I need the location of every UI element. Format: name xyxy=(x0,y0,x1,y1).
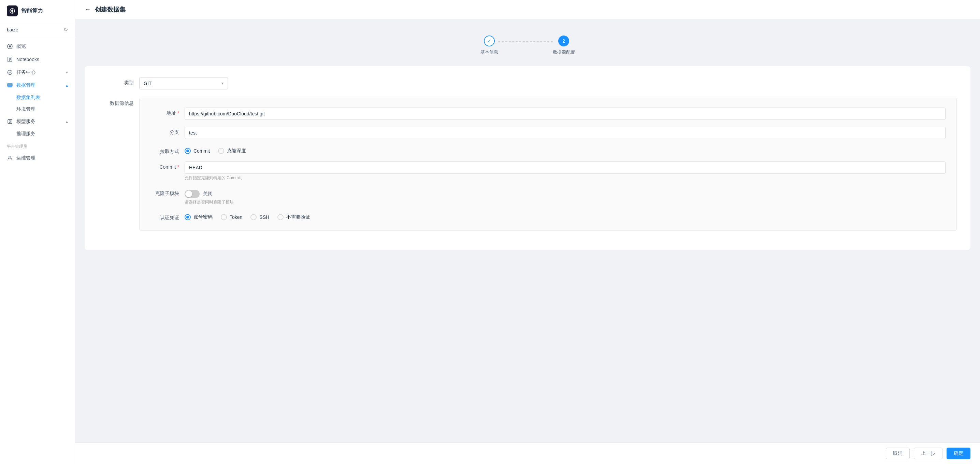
type-control: GIT ▾ xyxy=(139,77,957,89)
tasks-icon xyxy=(7,69,13,75)
radio-no-auth-label: 不需要验证 xyxy=(286,214,310,220)
address-label: 地址 * xyxy=(151,108,185,116)
radio-commit[interactable]: Commit xyxy=(185,148,210,154)
svg-point-17 xyxy=(9,121,11,123)
form-row-type: 类型 GIT ▾ xyxy=(98,77,957,89)
toggle-knob xyxy=(185,191,192,197)
datasource-box: 地址 * 分支 xyxy=(139,98,957,231)
sidebar-item-env-mgmt[interactable]: 环境管理 xyxy=(16,104,75,115)
workspace-row[interactable]: baize ↻ xyxy=(0,22,75,37)
step-datasource: 2 数据源配置 xyxy=(553,35,575,55)
sidebar-item-label-data: 数据管理 xyxy=(16,82,62,88)
sidebar-item-label-ops: 运维管理 xyxy=(16,155,68,161)
sidebar-sub-model: 推理服务 xyxy=(0,128,75,140)
toggle-label: 关闭 xyxy=(203,191,213,197)
radio-token-circle xyxy=(221,214,227,220)
sidebar-item-label-tasks: 任务中心 xyxy=(16,69,62,75)
sidebar-item-data[interactable]: 数据管理 ▴ xyxy=(0,79,75,92)
address-control xyxy=(185,108,945,120)
cancel-button[interactable]: 取消 xyxy=(886,448,910,459)
ds-row-pull-method: 拉取方式 Commit 克隆深度 xyxy=(151,146,945,155)
sidebar-item-inference[interactable]: 推理服务 xyxy=(16,128,75,140)
radio-ssh[interactable]: SSH xyxy=(250,214,269,220)
auth-control: 账号密码 Token SSH xyxy=(185,212,945,220)
pull-method-radio-group: Commit 克隆深度 xyxy=(185,146,945,154)
model-arrow-icon: ▴ xyxy=(66,119,68,124)
ops-icon xyxy=(7,155,13,161)
svg-rect-14 xyxy=(8,85,12,86)
sidebar-sub-data: 数据集列表 环境管理 xyxy=(0,92,75,115)
type-select-value: GIT xyxy=(144,81,151,86)
sidebar-logo: 智能算力 xyxy=(0,0,75,22)
auth-radio-group: 账号密码 Token SSH xyxy=(185,212,945,220)
sidebar-item-dataset-list[interactable]: 数据集列表 xyxy=(16,92,75,104)
commit-label: Commit * xyxy=(151,161,185,170)
radio-token[interactable]: Token xyxy=(221,214,242,220)
pull-method-control: Commit 克隆深度 xyxy=(185,146,945,154)
clone-submodule-control: 关闭 请选择是否同时克隆子模块 xyxy=(185,188,945,205)
step-datasource-circle: 2 xyxy=(558,35,569,46)
radio-clone-depth-circle xyxy=(218,148,224,154)
back-button[interactable]: ← xyxy=(84,6,91,13)
clone-submodule-label: 克隆子模块 xyxy=(151,188,185,197)
section-label-platform: 平台管理员 xyxy=(0,140,75,151)
workspace-name: baize xyxy=(7,27,18,32)
datasource-label: 数据源信息 xyxy=(98,98,139,107)
sidebar-item-label-model: 模型服务 xyxy=(16,118,62,124)
svg-rect-13 xyxy=(8,84,12,85)
page-footer: 取消 上一步 确定 xyxy=(75,442,980,464)
step-basic: 基本信息 xyxy=(480,35,498,55)
sidebar-item-overview[interactable]: 概览 xyxy=(0,40,75,53)
ds-row-branch: 分支 xyxy=(151,127,945,139)
datasource-control: 地址 * 分支 xyxy=(139,98,957,231)
radio-clone-depth-label: 克隆深度 xyxy=(227,148,246,154)
address-input[interactable] xyxy=(185,108,945,120)
commit-input[interactable] xyxy=(185,161,945,174)
radio-clone-depth[interactable]: 克隆深度 xyxy=(218,148,246,154)
sidebar-item-ops[interactable]: 运维管理 xyxy=(0,151,75,164)
type-label: 类型 xyxy=(98,77,139,86)
branch-control xyxy=(185,127,945,139)
ds-row-clone-submodule: 克隆子模块 关闭 请选择是否同时克隆子模块 xyxy=(151,188,945,205)
sidebar-item-tasks[interactable]: 任务中心 ▾ xyxy=(0,66,75,79)
sidebar-item-label-notebooks: Notebooks xyxy=(16,57,68,62)
logo-icon xyxy=(7,5,18,16)
type-select[interactable]: GIT ▾ xyxy=(139,77,228,89)
radio-account[interactable]: 账号密码 xyxy=(185,214,213,220)
svg-point-18 xyxy=(9,156,11,158)
type-select-arrow: ▾ xyxy=(221,81,223,86)
step-datasource-number: 2 xyxy=(562,38,565,44)
address-required: * xyxy=(177,110,179,116)
auth-label: 认证凭证 xyxy=(151,212,185,221)
radio-commit-circle xyxy=(185,148,191,154)
pull-method-label: 拉取方式 xyxy=(151,146,185,155)
prev-button[interactable]: 上一步 xyxy=(914,448,942,459)
notebooks-icon xyxy=(7,56,13,62)
form-area: 类型 GIT ▾ 数据源信息 地址 xyxy=(84,66,970,250)
refresh-icon[interactable]: ↻ xyxy=(64,26,68,33)
form-row-datasource: 数据源信息 地址 * xyxy=(98,98,957,231)
sidebar-nav: 概览 Notebooks 任务中心 ▾ 数据管理 ▴ 数据集列 xyxy=(0,37,75,464)
clone-submodule-toggle[interactable] xyxy=(185,190,200,198)
sidebar-item-notebooks[interactable]: Notebooks xyxy=(0,53,75,66)
radio-account-label: 账号密码 xyxy=(194,214,213,220)
ds-row-commit: Commit * 允许指定克隆到特定的 Commit。 xyxy=(151,161,945,181)
page-title: 创建数据集 xyxy=(95,5,126,14)
toggle-wrap: 关闭 xyxy=(185,188,945,198)
overview-icon xyxy=(7,43,13,49)
svg-point-7 xyxy=(9,45,11,48)
sidebar-item-model[interactable]: 模型服务 ▴ xyxy=(0,115,75,128)
clone-hint: 请选择是否同时克隆子模块 xyxy=(185,199,945,205)
commit-hint: 允许指定克隆到特定的 Commit。 xyxy=(185,175,945,181)
radio-no-auth[interactable]: 不需要验证 xyxy=(277,214,310,220)
sidebar: 智能算力 baize ↻ 概览 Notebooks 任务中心 ▾ xyxy=(0,0,75,464)
confirm-button[interactable]: 确定 xyxy=(947,448,970,459)
branch-input[interactable] xyxy=(185,127,945,139)
data-arrow-icon: ▴ xyxy=(66,83,68,88)
radio-commit-label: Commit xyxy=(194,148,210,154)
main-area: ← 创建数据集 基本信息 2 数据源配置 类型 xyxy=(75,0,980,464)
ds-row-address: 地址 * xyxy=(151,108,945,120)
radio-ssh-circle xyxy=(250,214,256,220)
stepper: 基本信息 2 数据源配置 xyxy=(75,27,980,66)
branch-label: 分支 xyxy=(151,127,185,136)
